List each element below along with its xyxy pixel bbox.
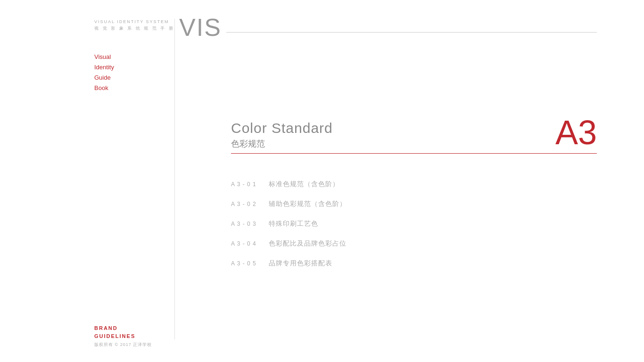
section-header: Color Standard 色彩规范 A3 xyxy=(231,120,597,154)
vis-label-top: VISUAL IDENTITY SYSTEM xyxy=(94,19,174,25)
footer: BRAND GUIDELINES 版权所有 © 2017 正泽学校 xyxy=(94,324,152,348)
menu-item-code-3: A 3 - 0 3 xyxy=(231,221,259,227)
menu-item-4[interactable]: A 3 - 0 4 色彩配比及品牌色彩占位 xyxy=(231,234,597,254)
menu-item-code-4: A 3 - 0 4 xyxy=(231,240,259,247)
menu-item-code-5: A 3 - 0 5 xyxy=(231,260,259,267)
vis-logo: VIS xyxy=(179,15,222,40)
section-number: A3 xyxy=(555,115,597,149)
sidebar-nav: Visual Identity Guide Book xyxy=(94,52,114,93)
header-line-container xyxy=(222,19,644,33)
footer-copyright: 版权所有 © 2017 正泽学校 xyxy=(94,342,152,348)
menu-item-text-3: 特殊印刷工艺色 xyxy=(269,220,318,228)
footer-brand-line1: BRAND xyxy=(94,324,152,332)
header-line xyxy=(226,32,597,33)
menu-item-text-2: 辅助色彩规范（含色阶） xyxy=(269,200,347,208)
menu-item-text-5: 品牌专用色彩搭配表 xyxy=(269,259,332,268)
nav-item-identity[interactable]: Identity xyxy=(94,62,114,73)
menu-item-1[interactable]: A 3 - 0 1 标准色规范（含色阶） xyxy=(231,174,597,194)
vertical-divider xyxy=(174,19,175,339)
nav-item-book[interactable]: Book xyxy=(94,83,114,93)
header-left: VISUAL IDENTITY SYSTEM 视 觉 形 象 系 统 规 范 手… xyxy=(0,19,174,32)
section-title-cn: 色彩规范 xyxy=(231,138,597,149)
menu-item-code-2: A 3 - 0 2 xyxy=(231,201,259,207)
vis-label-chinese: 视 觉 形 象 系 统 规 范 手 册 xyxy=(94,25,174,32)
menu-item-text-4: 色彩配比及品牌色彩占位 xyxy=(269,239,347,248)
menu-item-text-1: 标准色规范（含色阶） xyxy=(269,180,339,189)
footer-brand-line2: GUIDELINES xyxy=(94,332,152,340)
nav-item-guide[interactable]: Guide xyxy=(94,73,114,83)
menu-item-2[interactable]: A 3 - 0 2 辅助色彩规范（含色阶） xyxy=(231,194,597,214)
nav-item-visual[interactable]: Visual xyxy=(94,52,114,62)
section-divider xyxy=(231,153,597,154)
header: VISUAL IDENTITY SYSTEM 视 觉 形 象 系 统 规 范 手… xyxy=(0,19,644,40)
menu-list: A 3 - 0 1 标准色规范（含色阶） A 3 - 0 2 辅助色彩规范（含色… xyxy=(231,174,597,273)
section-title-en: Color Standard xyxy=(231,120,597,136)
menu-item-5[interactable]: A 3 - 0 5 品牌专用色彩搭配表 xyxy=(231,254,597,273)
menu-item-code-1: A 3 - 0 1 xyxy=(231,181,259,188)
menu-item-3[interactable]: A 3 - 0 3 特殊印刷工艺色 xyxy=(231,214,597,234)
